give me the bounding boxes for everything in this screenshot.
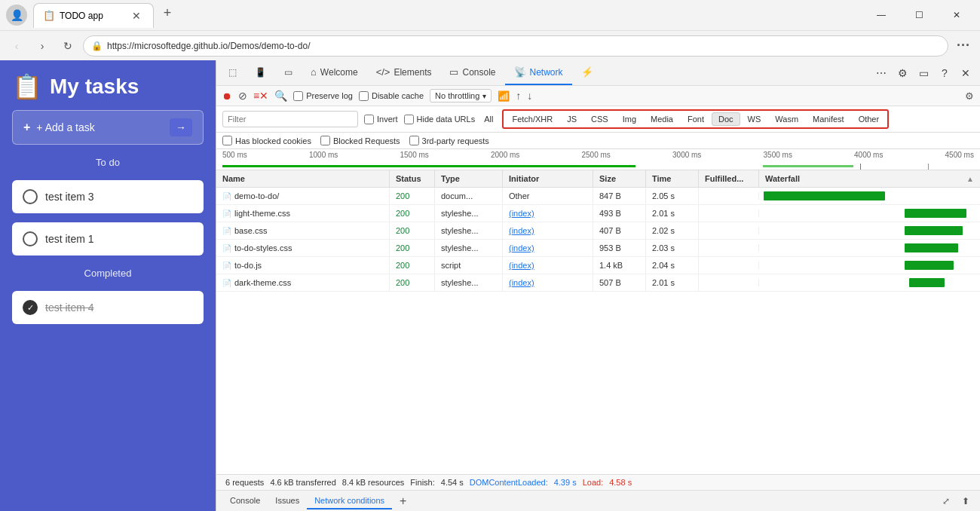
tab-network[interactable]: 📡 Network — [505, 60, 572, 85]
network-settings-icon[interactable]: ⚙ — [965, 90, 974, 102]
third-party-input[interactable] — [409, 136, 419, 145]
blocked-requests-checkbox[interactable]: Blocked Requests — [320, 136, 400, 145]
devtools-close-button[interactable]: ✕ — [956, 63, 975, 83]
filter-fetch-xhr[interactable]: Fetch/XHR — [505, 112, 559, 126]
profile-icon[interactable]: 👤 — [6, 5, 27, 26]
th-type[interactable]: Type — [435, 170, 503, 187]
tab-elements[interactable]: </> Elements — [367, 60, 441, 85]
filter-img[interactable]: Img — [616, 112, 643, 126]
bottom-tab-network-conditions[interactable]: Network conditions — [307, 493, 392, 509]
th-fulfilled[interactable]: Fulfilled... — [699, 170, 759, 187]
filter-doc[interactable]: Doc — [712, 112, 740, 126]
waterfall-bar-1 — [905, 209, 966, 218]
table-row[interactable]: 📄 light-theme.css 200 styleshe... (index… — [216, 205, 980, 222]
filter-js[interactable]: JS — [560, 112, 583, 126]
task-item-0[interactable]: test item 3 — [12, 180, 204, 213]
timeline-blue-line — [860, 164, 861, 170]
disable-cache-checkbox[interactable]: Disable cache — [359, 91, 424, 101]
preserve-log-input[interactable] — [293, 91, 303, 101]
throttle-select[interactable]: No throttling ▾ — [430, 89, 492, 103]
td-name-1: 📄 light-theme.css — [216, 205, 390, 222]
table-row[interactable]: 📄 dark-theme.css 200 styleshe... (index)… — [216, 274, 980, 292]
load-label: Load: — [583, 478, 604, 487]
task-item-1[interactable]: test item 1 — [12, 222, 204, 256]
address-bar[interactable]: 🔒 https://microsoftedge.github.io/Demos/… — [83, 35, 948, 57]
th-size[interactable]: Size — [593, 170, 646, 187]
th-waterfall[interactable]: Waterfall ▲ — [759, 170, 980, 187]
table-row[interactable]: 📄 to-do.js 200 script (index) 1.4 kB 2.0… — [216, 257, 980, 274]
initiator-link-3[interactable]: (index) — [509, 243, 534, 252]
initiator-link-4[interactable]: (index) — [509, 261, 534, 270]
tab-welcome[interactable]: ⌂ Welcome — [302, 60, 367, 85]
filter-all-label[interactable]: All — [481, 113, 496, 125]
bottom-tab-issues[interactable]: Issues — [268, 493, 307, 509]
tab-performance[interactable]: ⚡ — [572, 60, 602, 85]
third-party-checkbox[interactable]: 3rd-party requests — [409, 136, 489, 145]
new-tab-button[interactable]: + — [157, 3, 178, 24]
filter-font[interactable]: Font — [681, 112, 711, 126]
search-button[interactable]: 🔍 — [274, 90, 287, 102]
refresh-button[interactable]: ↻ — [57, 35, 78, 57]
blocked-requests-input[interactable] — [320, 136, 330, 145]
waterfall-bar-0 — [764, 191, 885, 200]
hide-data-urls-input[interactable] — [404, 115, 414, 124]
task-checkbox-2[interactable]: ✓ — [23, 300, 38, 315]
th-time[interactable]: Time — [646, 170, 699, 187]
devtools-help-button[interactable]: ? — [935, 63, 954, 83]
back-button[interactable]: ‹ — [6, 35, 27, 57]
forward-button[interactable]: › — [32, 35, 53, 57]
table-row[interactable]: 📄 base.css 200 styleshe... (index) 407 B… — [216, 222, 980, 240]
network-table: Name Status Type Initiator Size Time Ful… — [216, 170, 980, 474]
devtools-settings-button[interactable]: ⚙ — [893, 63, 912, 83]
maximize-button[interactable]: ☐ — [902, 4, 936, 26]
tab-device[interactable]: 📱 — [246, 61, 275, 85]
tab-drawer[interactable]: ▭ — [275, 61, 302, 85]
tab-inspect[interactable]: ⬚ — [219, 61, 246, 85]
table-row[interactable]: 📄 demo-to-do/ 200 docum... Other 847 B 2… — [216, 188, 980, 205]
task-item-2[interactable]: ✓ test item 4 — [12, 291, 204, 324]
th-name[interactable]: Name — [216, 170, 390, 187]
hide-data-urls-checkbox[interactable]: Hide data URLs — [404, 115, 476, 124]
filter-wasm[interactable]: Wasm — [768, 112, 805, 126]
table-row[interactable]: 📄 to-do-styles.css 200 styleshe... (inde… — [216, 240, 980, 257]
clear-button[interactable]: ⊘ — [238, 90, 247, 102]
task-checkbox-0[interactable] — [23, 189, 38, 204]
filter-icon[interactable]: ≡✕ — [253, 90, 268, 102]
devtools-more-button[interactable]: ⋯ — [871, 63, 891, 83]
disable-cache-input[interactable] — [359, 91, 369, 101]
initiator-link-1[interactable]: (index) — [509, 209, 534, 218]
preserve-log-checkbox[interactable]: Preserve log — [293, 91, 353, 101]
add-panel-button[interactable]: + — [395, 493, 411, 509]
title-bar: 👤 📋 TODO app ✕ + — ☐ ✕ — [0, 0, 980, 30]
close-panel-button[interactable]: ⬆ — [957, 493, 974, 509]
active-tab[interactable]: 📋 TODO app ✕ — [33, 3, 154, 28]
filter-manifest[interactable]: Manifest — [806, 112, 851, 126]
th-status[interactable]: Status — [390, 170, 435, 187]
record-button[interactable]: ⏺ — [222, 90, 232, 102]
td-name-3: 📄 to-do-styles.css — [216, 240, 390, 256]
filter-input[interactable] — [222, 111, 358, 127]
bottom-tab-console[interactable]: Console — [222, 493, 268, 509]
add-task-button[interactable]: + + Add a task → — [12, 110, 204, 145]
minimize-button[interactable]: — — [864, 4, 899, 26]
filter-media[interactable]: Media — [644, 112, 680, 126]
browser-more-button[interactable]: ··· — [953, 35, 974, 57]
filter-css[interactable]: CSS — [584, 112, 615, 126]
initiator-link-2[interactable]: (index) — [509, 226, 534, 235]
th-initiator[interactable]: Initiator — [503, 170, 593, 187]
blocked-cookies-checkbox[interactable]: Has blocked cookies — [222, 136, 311, 145]
tab-console[interactable]: ▭ Console — [440, 60, 504, 85]
timeline-label-3: 1500 ms — [400, 151, 428, 159]
tab-close-button[interactable]: ✕ — [129, 8, 144, 23]
invert-input[interactable] — [364, 115, 374, 124]
close-button[interactable]: ✕ — [939, 4, 974, 26]
blocked-cookies-input[interactable] — [222, 136, 232, 145]
invert-checkbox[interactable]: Invert — [364, 115, 398, 124]
task-checkbox-1[interactable] — [23, 231, 38, 246]
filter-ws[interactable]: WS — [741, 112, 768, 126]
initiator-link-5[interactable]: (index) — [509, 278, 534, 287]
nav-bar: ‹ › ↻ 🔒 https://microsoftedge.github.io/… — [0, 30, 980, 60]
undock-button[interactable]: ⤢ — [938, 493, 954, 509]
devtools-dock-button[interactable]: ▭ — [914, 63, 933, 83]
filter-other[interactable]: Other — [852, 112, 887, 126]
